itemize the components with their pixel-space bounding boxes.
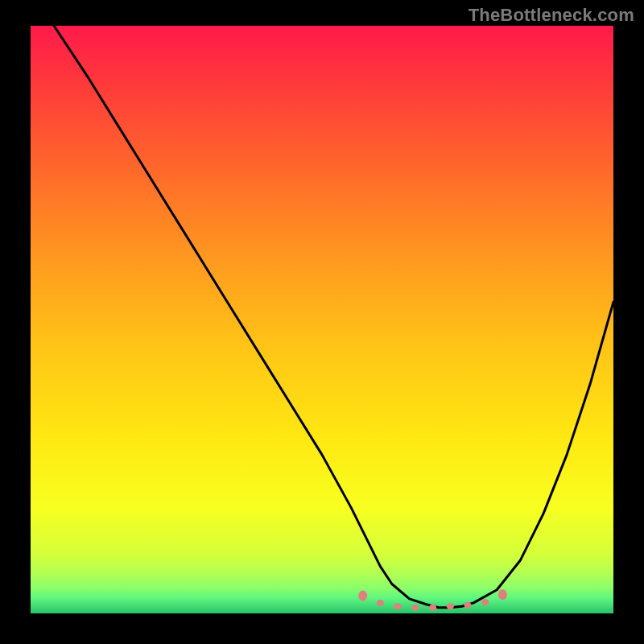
optimum-dot bbox=[447, 603, 454, 609]
gradient-field bbox=[31, 26, 613, 613]
optimum-dot bbox=[394, 603, 402, 609]
bottleneck-plot bbox=[0, 0, 644, 644]
optimum-dot bbox=[411, 605, 419, 611]
optimum-dot bbox=[377, 600, 384, 606]
chart-stage: TheBottleneck.com bbox=[0, 0, 644, 644]
optimum-dot bbox=[498, 589, 507, 600]
optimum-dot bbox=[464, 602, 472, 609]
optimum-dot bbox=[429, 605, 436, 611]
optimum-dot bbox=[481, 599, 489, 605]
optimum-dot bbox=[358, 591, 367, 601]
